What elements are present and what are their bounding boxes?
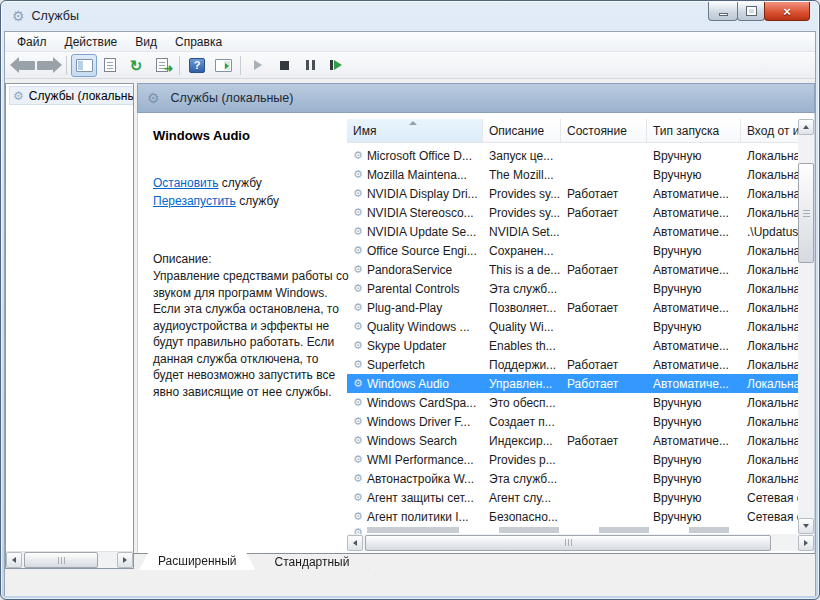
start-service-icon — [254, 60, 262, 70]
scroll-up-icon — [803, 125, 809, 129]
service-description-cell: Enables th... — [483, 336, 561, 355]
service-description-cell: Quality Wi... — [483, 317, 561, 336]
forward-button[interactable] — [36, 54, 62, 77]
column-header-startup-type[interactable]: Тип запуска — [647, 119, 741, 142]
table-row[interactable]: ⚙Skype UpdaterEnables th...Автоматиче...… — [347, 336, 804, 355]
description-text: Управление средствами работы со звуком д… — [153, 268, 349, 400]
table-row[interactable]: ⚙SuperfetchПоддержи...РаботаетАвтоматиче… — [347, 355, 804, 374]
show-action-pane-button[interactable] — [210, 54, 236, 77]
menu-bar: Файл Действие Вид Справка — [5, 32, 815, 52]
service-status-cell: Работает — [561, 184, 647, 203]
tab-standard[interactable]: Стандартный — [256, 554, 369, 570]
table-row[interactable]: ⚙Агент политики I...Безопасно...ВручнуюС… — [347, 507, 804, 526]
service-startup-type-cell: Вручную — [647, 488, 741, 507]
service-startup-type-cell: Вручную — [647, 317, 741, 336]
scrollbar-thumb[interactable] — [798, 163, 814, 263]
tree-item-label: Службы (локальные) — [29, 89, 134, 103]
service-logon-cell: Локальна — [741, 203, 804, 222]
table-row[interactable]: ⚙NVIDIA Update Se...NVIDIA Set...Автомат… — [347, 222, 804, 241]
table-row[interactable]: ⚙WMI Performance...Provides p...ВручнуюЛ… — [347, 450, 804, 469]
column-header-status[interactable]: Состояние — [561, 119, 647, 142]
service-name-cell: ⚙Microsoft Office D... — [347, 146, 483, 165]
content-area: Windows Audio Остановить службу Перезапу… — [137, 113, 815, 553]
column-header-name[interactable]: Имя — [347, 119, 483, 142]
service-logon-cell: .\Updatus — [741, 222, 804, 241]
table-row[interactable]: ⚙Автонастройка W...Эта служб...ВручнуюЛо… — [347, 469, 804, 488]
service-status-cell — [561, 317, 647, 336]
show-console-tree-button[interactable] — [71, 54, 97, 77]
scroll-up-button[interactable] — [798, 119, 814, 135]
table-row[interactable]: ⚙PandoraServiceThis is a de...РаботаетАв… — [347, 260, 804, 279]
service-status-cell — [561, 507, 647, 526]
scroll-left-icon — [353, 540, 357, 546]
service-gear-icon: ⚙ — [353, 282, 363, 295]
back-button[interactable] — [10, 54, 36, 77]
title-bar[interactable]: ⚙ Службы × — [1, 1, 819, 31]
restart-service-link[interactable]: Перезапустить — [153, 194, 236, 208]
close-button[interactable]: × — [764, 2, 810, 21]
service-status-cell — [561, 336, 647, 355]
menu-action[interactable]: Действие — [56, 33, 127, 51]
view-tabs: Расширенный Стандартный — [134, 553, 815, 570]
service-startup-type-cell: Вручную — [647, 412, 741, 431]
stop-service-link[interactable]: Остановить — [153, 176, 219, 190]
pause-service-button[interactable] — [297, 54, 323, 77]
service-status-cell — [561, 279, 647, 298]
help-button[interactable]: ? — [184, 54, 210, 77]
tree-item-services-local[interactable]: ⚙ Службы (локальные) — [9, 86, 134, 105]
restart-service-button[interactable] — [323, 54, 349, 77]
content-header-band: ⚙ Службы (локальные) — [137, 83, 815, 113]
service-gear-icon: ⚙ — [353, 358, 363, 371]
export-list-button[interactable]: ➜ — [149, 54, 175, 77]
table-row[interactable]: ⚙NVIDIA Display Dri...Provides sy...Рабо… — [347, 184, 804, 203]
table-row[interactable]: ⚙Windows Driver F...Создает п...ВручнуюЛ… — [347, 412, 804, 431]
scroll-right-button[interactable] — [117, 552, 133, 568]
selected-service-name: Windows Audio — [153, 128, 335, 143]
list-horizontal-scrollbar[interactable] — [347, 534, 814, 551]
table-row[interactable]: ⚙Windows AudioУправлен...РаботаетАвтомат… — [347, 374, 804, 393]
scroll-left-button[interactable] — [6, 552, 22, 568]
tree-horizontal-scrollbar[interactable] — [6, 551, 133, 568]
start-service-button[interactable] — [245, 54, 271, 77]
refresh-button[interactable]: ↻ — [123, 54, 149, 77]
service-gear-icon: ⚙ — [353, 301, 363, 314]
service-description-cell: Индексир... — [483, 431, 561, 450]
properties-button[interactable] — [97, 54, 123, 77]
scroll-left-button[interactable] — [347, 535, 363, 551]
service-startup-type-cell: Вручную — [647, 393, 741, 412]
console-tree-panel: ⚙ Службы (локальные) — [5, 83, 134, 569]
table-row[interactable]: ⚙Parental ControlsЭта служб...ВручнуюЛок… — [347, 279, 804, 298]
table-row[interactable]: ⚙Microsoft Office D...Запуск це...Вручну… — [347, 146, 804, 165]
service-startup-type-cell: Вручную — [647, 146, 741, 165]
column-header-log-on-as[interactable]: Вход от и — [741, 119, 804, 142]
properties-icon — [104, 58, 116, 72]
column-header-description[interactable]: Описание — [483, 119, 561, 142]
service-startup-type-cell: Вручную — [647, 469, 741, 488]
maximize-icon — [747, 7, 756, 15]
stop-service-button[interactable] — [271, 54, 297, 77]
table-row[interactable]: ⚙Office Source Engi...Сохранен...Вручную… — [347, 241, 804, 260]
table-row[interactable]: ⚙Plug-and-PlayПозволяет...РаботаетАвтома… — [347, 298, 804, 317]
minimize-button[interactable] — [708, 2, 738, 21]
maximize-button[interactable] — [737, 2, 765, 21]
service-name-cell: ⚙Mozilla Maintena... — [347, 165, 483, 184]
scroll-down-button[interactable] — [798, 518, 814, 534]
scroll-right-button[interactable] — [798, 535, 814, 551]
table-row[interactable]: ⚙NVIDIA Stereosco...Provides sy...Работа… — [347, 203, 804, 222]
table-row[interactable]: ⚙Агент защиты сет...Агент слу...ВручнуюС… — [347, 488, 804, 507]
table-row[interactable]: ⚙Mozilla Maintena...The Mozill...Вручную… — [347, 165, 804, 184]
service-name-cell: ⚙WMI Performance... — [347, 450, 483, 469]
table-row[interactable]: ⚙Windows CardSpa...Это обесп...ВручнуюЛо… — [347, 393, 804, 412]
tab-extended[interactable]: Расширенный — [139, 553, 256, 570]
table-row[interactable]: ⚙Quality Windows ...Quality Wi...Вручную… — [347, 317, 804, 336]
menu-help[interactable]: Справка — [166, 33, 231, 51]
service-description-cell: The Mozill... — [483, 165, 561, 184]
menu-file[interactable]: Файл — [8, 33, 56, 51]
stop-service-suffix: службу — [219, 176, 262, 190]
list-vertical-scrollbar[interactable] — [798, 119, 814, 534]
scrollbar-thumb[interactable] — [24, 552, 98, 568]
scrollbar-thumb[interactable] — [365, 535, 771, 551]
service-logon-cell: Локальна — [741, 165, 804, 184]
table-row[interactable]: ⚙Windows SearchИндексир...РаботаетАвтома… — [347, 431, 804, 450]
menu-view[interactable]: Вид — [126, 33, 166, 51]
